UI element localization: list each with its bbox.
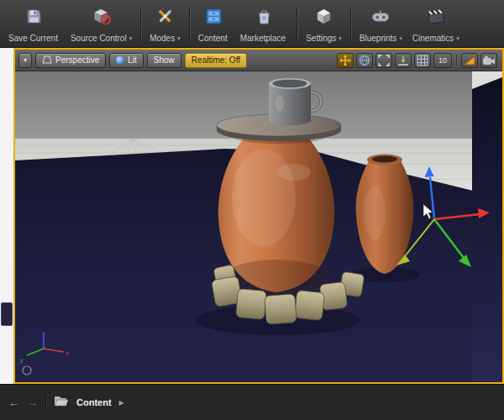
lit-mode-button[interactable]: Lit — [109, 53, 144, 68]
toolbar-label: Settings — [306, 34, 336, 43]
unreal-editor-window: { "colors": { "viewport_border": "#EDAE0… — [0, 0, 504, 420]
toolbar-label: Source Control — [71, 34, 127, 43]
main-toolbar: Save Current Source Control▾ Modes▾ Cont… — [0, 0, 504, 48]
angle-snap-icon — [464, 55, 475, 66]
settings-cube-icon — [314, 5, 333, 27]
breadcrumb-content[interactable]: Content — [76, 397, 112, 407]
toolbar-separator — [189, 8, 190, 40]
folder-icon — [54, 395, 69, 410]
realtime-toggle-button[interactable]: Realtime: Off — [185, 53, 247, 68]
surface-snap-icon — [397, 55, 409, 66]
svg-text:y: y — [20, 357, 24, 364]
viewport-toolbar-separator — [456, 55, 457, 66]
move-tool-icon — [339, 55, 351, 66]
collapsed-panel-tab[interactable] — [1, 302, 13, 326]
scene-render[interactable]: x y — [15, 71, 502, 382]
viewport-options-button[interactable]: ▾ — [18, 53, 32, 68]
toolbar-label: Marketplace — [240, 34, 286, 43]
content-browser-icon — [204, 5, 223, 27]
surface-snapping-button[interactable] — [395, 53, 412, 68]
viewport-toolbar-right: 10 — [337, 53, 499, 68]
lit-sphere-icon — [116, 56, 124, 65]
toolbar-label: Modes — [150, 34, 175, 43]
toolbar-label: Cinematics — [412, 34, 454, 43]
toolbar-button-source-control[interactable]: Source Control▾ — [66, 3, 137, 45]
toolbar-button-settings[interactable]: Settings▾ — [301, 3, 347, 45]
large-pot[interactable] — [218, 134, 334, 297]
cinematics-clapper-icon — [425, 5, 447, 27]
toolbar-button-marketplace[interactable]: Marketplace — [235, 3, 293, 45]
content-browser-bar: ← → Content ▶ — [0, 384, 504, 420]
maximize-viewport-button[interactable] — [375, 53, 392, 68]
perspective-button[interactable]: Perspective — [35, 53, 106, 68]
blueprints-icon — [370, 5, 391, 27]
toolbar-label: Save Current — [8, 34, 58, 43]
toolbar-label: Content — [198, 34, 228, 43]
dark-wall — [472, 71, 502, 382]
workspace: ▾ Perspective Lit Show Realtime: Off — [0, 48, 504, 384]
toolbar-button-modes[interactable]: Modes▾ — [144, 3, 186, 45]
toolbar-button-content[interactable]: Content — [193, 3, 235, 45]
svg-text:x: x — [66, 350, 69, 356]
level-viewport: ▾ Perspective Lit Show Realtime: Off — [13, 48, 504, 384]
toolbar-label: Blueprints — [360, 34, 396, 43]
toolbar-button-save-current[interactable]: Save Current — [3, 3, 66, 45]
toolbar-separator — [297, 8, 297, 40]
toolbar-button-blueprints[interactable]: Blueprints▾ — [354, 3, 407, 45]
toolbar-button-cinematics[interactable]: Cinematics▾ — [407, 3, 465, 45]
globe-icon — [359, 55, 370, 66]
viewport-toolbar: ▾ Perspective Lit Show Realtime: Off — [15, 50, 502, 71]
save-icon — [24, 5, 44, 27]
rotation-snapping-button[interactable] — [461, 53, 478, 68]
left-panel-strip — [0, 48, 14, 384]
move-tool-button[interactable] — [337, 53, 354, 68]
source-control-icon — [91, 5, 113, 27]
bottom-bar-divider — [45, 395, 46, 410]
camera-speed-button[interactable] — [480, 53, 497, 68]
marketplace-icon — [255, 5, 274, 27]
perspective-icon — [42, 55, 52, 66]
breadcrumb-caret[interactable]: ▶ — [119, 399, 124, 407]
toolbar-separator — [140, 8, 141, 40]
back-button[interactable]: ← — [8, 397, 19, 408]
viewport-canvas[interactable]: x y — [15, 71, 502, 382]
show-flags-button[interactable]: Show — [147, 53, 181, 68]
world-local-toggle-button[interactable] — [356, 53, 373, 68]
forward-button[interactable]: → — [27, 397, 38, 408]
camera-icon — [482, 55, 496, 66]
maximize-icon — [378, 55, 390, 66]
grid-snap-icon — [417, 55, 428, 66]
grid-snapping-button[interactable] — [414, 53, 431, 68]
grid-snap-value-button[interactable]: 10 — [433, 53, 452, 68]
toolbar-separator — [350, 8, 351, 40]
modes-icon — [155, 5, 175, 27]
